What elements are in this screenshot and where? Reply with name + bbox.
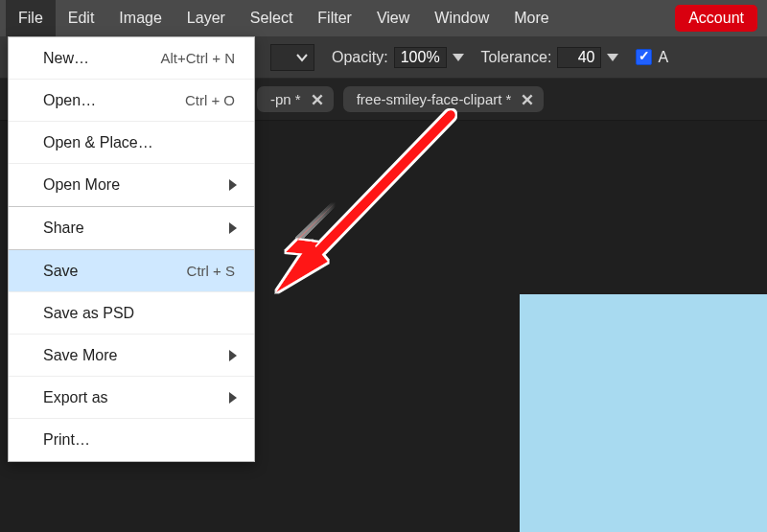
menu-select[interactable]: Select	[238, 0, 305, 36]
menu-item-label: Save	[43, 263, 187, 280]
menu-label: Layer	[187, 10, 225, 27]
menu-item-label: New…	[43, 50, 160, 67]
menu-file[interactable]: File	[6, 0, 56, 36]
document-tab[interactable]: -pn *	[257, 86, 334, 112]
menu-label: Edit	[68, 10, 95, 27]
opacity-dropdown-icon[interactable]	[453, 54, 464, 61]
account-label: Account	[688, 10, 744, 26]
chevron-right-icon	[229, 222, 237, 234]
canvas[interactable]	[520, 294, 767, 532]
close-icon[interactable]	[521, 93, 534, 106]
option-trailing-text: A	[658, 49, 668, 66]
menu-open-more[interactable]: Open More	[9, 164, 254, 206]
menu-image[interactable]: Image	[106, 0, 174, 36]
menu-label: Window	[434, 10, 489, 27]
file-menu-dropdown: New… Alt+Ctrl + N Open… Ctrl + O Open & …	[8, 36, 255, 462]
tolerance-value[interactable]: 40	[557, 47, 601, 68]
menu-share[interactable]: Share	[9, 207, 254, 249]
opacity-field: Opacity: 100%	[332, 47, 464, 68]
tolerance-label: Tolerance:	[481, 49, 552, 66]
menu-item-label: Open More	[43, 176, 235, 194]
menu-item-label: Save as PSD	[43, 305, 235, 322]
tolerance-field: Tolerance: 40	[481, 47, 619, 68]
account-button[interactable]: Account	[675, 5, 757, 32]
menu-label: Select	[250, 10, 292, 27]
menu-label: View	[377, 10, 409, 27]
menu-open-and-place[interactable]: Open & Place…	[9, 122, 254, 164]
menu-label: Filter	[317, 10, 352, 27]
brush-preset-dropdown[interactable]	[270, 44, 314, 71]
menu-item-label: Save More	[43, 347, 235, 364]
tab-label: free-smiley-face-clipart *	[357, 91, 512, 107]
menu-label: Image	[119, 10, 161, 27]
menu-item-label: Export as	[43, 389, 235, 406]
menu-item-label: Print…	[43, 431, 235, 449]
option-checkbox[interactable]	[636, 49, 652, 65]
chevron-right-icon	[229, 350, 237, 361]
tab-label: -pn *	[270, 91, 301, 107]
chevron-right-icon	[229, 392, 237, 404]
menu-layer[interactable]: Layer	[174, 0, 238, 36]
opacity-value[interactable]: 100%	[394, 47, 447, 68]
tolerance-dropdown-icon[interactable]	[607, 54, 618, 61]
menu-item-shortcut: Alt+Ctrl + N	[160, 50, 235, 66]
menu-window[interactable]: Window	[422, 0, 501, 36]
menu-more[interactable]: More	[501, 0, 561, 36]
menu-label: More	[514, 10, 548, 27]
menu-label: File	[18, 10, 43, 27]
menu-view[interactable]: View	[364, 0, 422, 36]
menu-item-label: Share	[43, 220, 235, 237]
menu-filter[interactable]: Filter	[305, 0, 364, 36]
menu-item-label: Open & Place…	[43, 134, 235, 151]
menu-save-as-psd[interactable]: Save as PSD	[9, 292, 254, 335]
menu-print[interactable]: Print…	[9, 419, 254, 461]
menu-new[interactable]: New… Alt+Ctrl + N	[9, 37, 254, 80]
menu-export-as[interactable]: Export as	[9, 377, 254, 419]
menubar: File Edit Image Layer Select Filter View…	[0, 0, 767, 36]
menu-edit[interactable]: Edit	[56, 0, 107, 36]
menu-save-more[interactable]: Save More	[9, 335, 254, 377]
menu-save[interactable]: Save Ctrl + S	[9, 250, 254, 292]
opacity-label: Opacity:	[332, 49, 388, 66]
menu-item-shortcut: Ctrl + O	[185, 92, 235, 108]
chevron-down-icon	[296, 52, 308, 63]
document-tab[interactable]: free-smiley-face-clipart *	[343, 86, 545, 112]
close-icon[interactable]	[311, 93, 324, 106]
chevron-right-icon	[229, 179, 237, 191]
menu-open[interactable]: Open… Ctrl + O	[9, 80, 254, 122]
menu-item-shortcut: Ctrl + S	[187, 263, 235, 279]
menu-item-label: Open…	[43, 92, 185, 109]
